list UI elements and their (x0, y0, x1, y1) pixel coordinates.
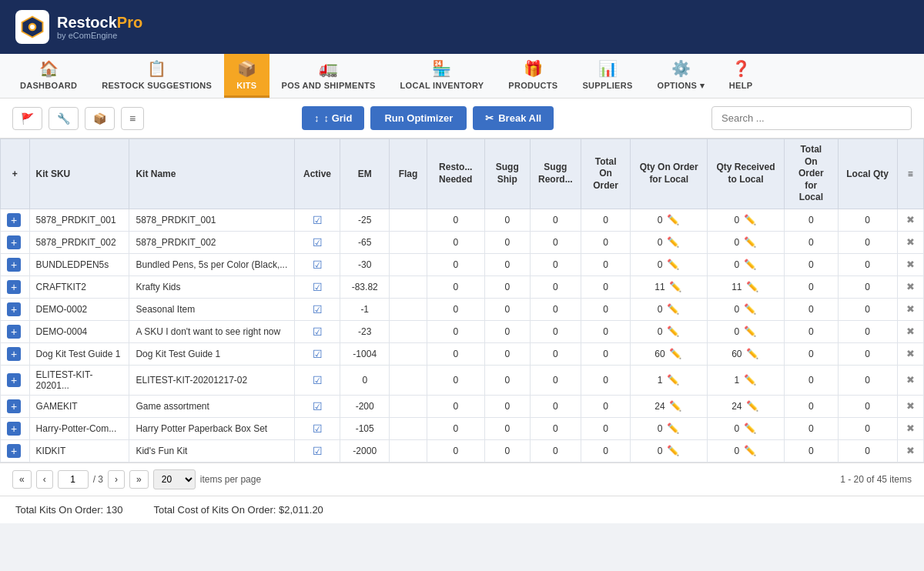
restock-icon: 📋 (147, 59, 166, 78)
active-checkbox[interactable]: ☑ (313, 236, 323, 249)
table-row: + DEMO-0002 Seasonal Item ☑ -1 0 0 0 0 0… (1, 298, 924, 320)
nav-kits[interactable]: 📦 KITS (224, 54, 269, 98)
add-row-button[interactable]: + (7, 213, 21, 227)
add-row-button[interactable]: + (7, 258, 21, 272)
row-delete-icon[interactable]: ✖ (906, 281, 915, 292)
row-delete-icon[interactable]: ✖ (906, 348, 915, 359)
grid-button[interactable]: ↕ ↕ Grid (302, 106, 364, 130)
total-on-cell: 0 (581, 209, 630, 231)
edit-qty-order-button[interactable]: ✏️ (665, 303, 681, 315)
suppliers-icon: 📊 (598, 59, 618, 78)
add-row-button[interactable]: + (7, 373, 21, 387)
edit-qty-order-button[interactable]: ✏️ (668, 281, 683, 292)
active-checkbox[interactable]: ☑ (313, 400, 323, 412)
per-page-select[interactable]: 10 20 50 100 (153, 469, 196, 489)
add-row-button[interactable]: + (7, 302, 21, 316)
edit-qty-recv-button[interactable]: ✏️ (742, 259, 758, 270)
add-row-button[interactable]: + (7, 444, 21, 458)
edit-qty-order-button[interactable]: ✏️ (665, 236, 681, 248)
edit-qty-order-button[interactable]: ✏️ (665, 445, 681, 456)
nav-products[interactable]: 🎁 PRODUCTS (496, 54, 570, 98)
add-row-button[interactable]: + (7, 280, 21, 294)
row-delete-icon[interactable]: ✖ (906, 259, 915, 270)
sugg-reord-cell: 0 (530, 365, 581, 395)
active-checkbox[interactable]: ☑ (313, 326, 323, 338)
edit-qty-recv-button[interactable]: ✏️ (742, 214, 758, 225)
edit-qty-recv-button[interactable]: ✏️ (742, 303, 758, 315)
edit-qty-order-button[interactable]: ✏️ (668, 400, 683, 412)
flag-cell (390, 395, 427, 417)
edit-qty-order-button[interactable]: ✏️ (665, 374, 681, 386)
qty-recv-cell: 60 ✏️ (708, 342, 785, 365)
row-delete-icon[interactable]: ✖ (906, 236, 915, 248)
edit-qty-recv-button[interactable]: ✏️ (742, 374, 758, 386)
add-row-button[interactable]: + (7, 235, 21, 249)
nav-dashboard[interactable]: 🏠 DASHBOARD (8, 54, 89, 98)
row-delete-icon[interactable]: ✖ (906, 445, 915, 456)
nav-options[interactable]: ⚙️ OPTIONS ▾ (645, 54, 717, 98)
edit-qty-recv-button[interactable]: ✏️ (742, 326, 758, 337)
next-page-button[interactable]: › (108, 470, 125, 489)
nav-help[interactable]: ❓ HELP (717, 54, 765, 98)
nav-suppliers[interactable]: 📊 SUPPLIERS (570, 54, 644, 98)
items-per-page-label: items per page (200, 474, 261, 485)
row-delete-icon[interactable]: ✖ (906, 374, 915, 386)
edit-qty-recv-button[interactable]: ✏️ (742, 445, 758, 456)
last-page-button[interactable]: » (129, 470, 149, 489)
col-local-qty-header: Local Qty (838, 139, 897, 209)
edit-qty-recv-button[interactable]: ✏️ (745, 281, 760, 292)
nav-pos[interactable]: 🚛 POS AND SHIPMENTS (270, 54, 388, 98)
active-checkbox[interactable]: ☑ (313, 281, 323, 293)
sugg-reord-cell: 0 (530, 209, 581, 231)
prev-page-button[interactable]: ‹ (36, 470, 53, 489)
active-checkbox[interactable]: ☑ (313, 214, 323, 226)
edit-qty-order-button[interactable]: ✏️ (665, 214, 681, 225)
row-delete-icon[interactable]: ✖ (906, 422, 915, 434)
sku-cell: 5878_PRDKIT_001 (29, 209, 129, 231)
edit-qty-order-button[interactable]: ✏️ (668, 348, 683, 359)
box-button[interactable]: 📦 (85, 107, 115, 130)
add-row-button[interactable]: + (7, 399, 21, 413)
add-row-button[interactable]: + (7, 325, 21, 339)
edit-qty-recv-button[interactable]: ✏️ (742, 422, 758, 434)
wrench-button[interactable]: 🔧 (49, 107, 79, 130)
edit-qty-order-button[interactable]: ✏️ (665, 259, 681, 270)
name-cell: Kid's Fun Kit (129, 439, 295, 462)
active-checkbox[interactable]: ☑ (313, 374, 323, 386)
flag-cell (390, 365, 427, 395)
nav-restock[interactable]: 📋 RESTOCK SUGGESTIONS (89, 54, 224, 98)
row-delete-icon[interactable]: ✖ (906, 214, 915, 225)
page-input[interactable] (58, 470, 89, 489)
menu-button[interactable]: ≡ (121, 107, 144, 130)
break-all-button[interactable]: ✂ Break All (473, 106, 554, 130)
row-delete-icon[interactable]: ✖ (906, 400, 915, 412)
add-row-button[interactable]: + (7, 347, 21, 361)
col-em-header: EM (340, 139, 390, 209)
local-icon: 🏪 (432, 59, 451, 78)
optimizer-button[interactable]: Run Optimizer (370, 106, 467, 130)
qty-order-cell: 1 ✏️ (631, 365, 708, 395)
active-checkbox[interactable]: ☑ (313, 422, 323, 435)
nav-local[interactable]: 🏪 LOCAL INVENTORY (388, 54, 497, 98)
edit-qty-order-button[interactable]: ✏️ (665, 326, 681, 337)
nav-options-label: OPTIONS ▾ (658, 81, 705, 91)
page-total: / 3 (93, 474, 103, 485)
total-local-cell: 0 (784, 417, 838, 439)
edit-qty-recv-button[interactable]: ✏️ (745, 400, 760, 412)
total-on-cell: 0 (581, 342, 630, 365)
edit-qty-recv-button[interactable]: ✏️ (745, 348, 760, 359)
active-checkbox[interactable]: ☑ (313, 348, 323, 360)
active-checkbox[interactable]: ☑ (313, 259, 323, 271)
row-delete-icon[interactable]: ✖ (906, 326, 915, 337)
active-checkbox[interactable]: ☑ (313, 303, 323, 316)
edit-qty-recv-button[interactable]: ✏️ (742, 236, 758, 248)
search-input[interactable] (711, 106, 912, 130)
local-qty-cell: 0 (838, 417, 897, 439)
active-checkbox[interactable]: ☑ (313, 445, 323, 457)
edit-qty-order-button[interactable]: ✏️ (665, 422, 681, 434)
flag-button[interactable]: 🚩 (12, 107, 42, 130)
add-row-button[interactable]: + (7, 422, 21, 436)
row-delete-icon[interactable]: ✖ (906, 303, 915, 315)
table-row: + 5878_PRDKIT_001 5878_PRDKIT_001 ☑ -25 … (1, 209, 924, 231)
first-page-button[interactable]: « (12, 470, 32, 489)
